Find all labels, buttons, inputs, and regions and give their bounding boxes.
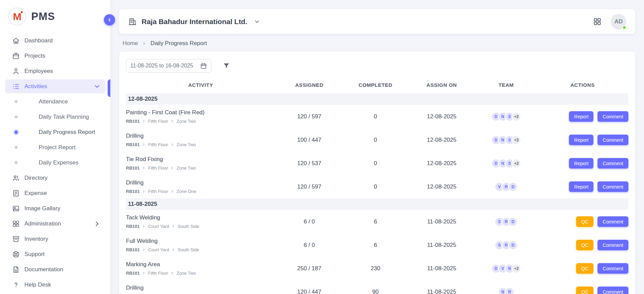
assign-on-value: 11-08-2025 [408,265,476,272]
funnel-icon [222,62,231,70]
chevron-sep-icon [142,224,146,228]
activity-row: DrillingRB101Fifth FloorZone Two100 / 44… [126,128,628,152]
path-segment: South Side [178,224,199,229]
sidebar-item-dashboard[interactable]: Dashboard [5,34,105,47]
sidebar-item-directory[interactable]: Directory [5,171,105,185]
sidebar-item-label: Support [24,251,45,258]
bullet-dot-icon [15,161,18,164]
bullet-dot-icon [15,100,18,103]
column-header-team: TEAM [476,82,537,88]
column-header-actions: ACTIONS [537,82,628,88]
building-icon [128,17,137,26]
chevron-sep-icon [142,166,146,170]
sidebar-item-expense[interactable]: Expense [5,186,105,200]
sidebar-item-activities[interactable]: Activities [5,79,105,93]
team-member-avatar: R [505,287,514,294]
assign-on-value: 12-08-2025 [408,183,476,190]
team-avatars: NR [476,287,537,294]
logo-accent-dot [21,11,23,13]
activity-row: Painting - First Coat (Fire Red)RB101Fif… [126,105,628,128]
assigned-value: 120 / 537 [275,160,343,167]
row-actions: QCComment [537,287,628,294]
column-header-completed: COMPLETED [343,82,408,88]
sidebar-item-inventory[interactable]: Inventory [5,232,105,246]
chevron-left-icon [107,17,112,23]
chevron-right-icon [142,41,146,46]
sidebar-subitem-daily-expenses[interactable]: Daily Expenses [5,156,105,170]
comment-button[interactable]: Comment [597,111,628,122]
grid-icon [593,17,602,26]
comment-button[interactable]: Comment [597,263,628,274]
chevron-right-icon [93,220,101,228]
report-button[interactable]: Report [569,111,593,122]
filter-button[interactable] [222,62,231,70]
sidebar: M PMS DashboardProjectsEmployeesActiviti… [0,0,110,294]
logo-row: M PMS [0,0,110,30]
activity-cell: Tack WeldingRB101Court YardSouth Side [126,214,275,229]
sidebar-item-support[interactable]: Support [5,247,105,261]
qc-button[interactable]: QC [576,287,593,294]
sidebar-subitem-daily-task-planning[interactable]: Daily Task Planning [5,110,105,124]
report-button[interactable]: Report [569,135,593,145]
activities-icon [12,82,20,91]
date-range-input[interactable]: 11-08-2025 to 16-08-2025 [126,59,211,73]
path-segment: RB101 [126,119,140,124]
company-selector[interactable]: Raja Bahadur International Ltd. [128,17,260,26]
assigned-value: 120 / 597 [275,183,343,190]
pms-logo-icon: M [8,7,26,25]
comment-button[interactable]: Comment [597,135,628,145]
qc-button[interactable]: QC [576,240,593,250]
activity-name: Drilling [126,285,275,291]
company-name: Raja Bahadur International Ltd. [142,18,247,26]
chevron-sep-icon [170,119,174,123]
chevron-sep-icon [142,119,146,123]
completed-value: 90 [343,289,408,294]
activity-location-path: RB101Court YardSouth Side [126,224,275,229]
report-button[interactable]: Report [569,158,593,169]
bullet-dot-icon [15,146,18,149]
sidebar-collapse-button[interactable] [104,14,115,25]
sidebar-nav: DashboardProjectsEmployeesActivitiesAtte… [0,34,110,292]
team-extra-count: +2 [512,112,521,121]
report-button[interactable]: Report [569,181,593,192]
activity-row: Full WeldingRB101Court YardSouth Side6 /… [126,233,628,257]
sidebar-item-employees[interactable]: Employees [5,64,105,78]
team-avatars: DVN+2 [476,264,537,273]
activity-location-path: RB101Fifth FloorZone Two [126,165,275,171]
sidebar-item-label: Help Desk [24,281,51,288]
breadcrumb-home-link[interactable]: Home [123,40,138,47]
qc-button[interactable]: QC [576,263,593,274]
team-avatars: DNS+2 [476,135,537,145]
sidebar-item-help-desk[interactable]: Help Desk [5,278,105,292]
sidebar-item-projects[interactable]: Projects [5,49,105,63]
team-extra-count: +2 [512,159,521,168]
activity-row: Marking AreaRB101Fifth FloorZone Two250 … [126,257,628,280]
user-avatar[interactable]: AD [611,14,626,30]
sidebar-subitem-attendance[interactable]: Attendance [5,95,105,109]
sidebar-item-documentation[interactable]: Documentation [5,262,105,276]
comment-button[interactable]: Comment [597,287,628,294]
sidebar-subitem-daily-progress-report[interactable]: Daily Progress Report [5,125,105,139]
assign-on-value: 11-08-2025 [408,218,476,225]
comment-button[interactable]: Comment [597,240,628,250]
path-segment: Fifth Floor [148,119,168,124]
breadcrumb: Home Daily Progress Report [123,40,635,47]
sidebar-subitem-project-report[interactable]: Project Report [5,140,105,154]
comment-button[interactable]: Comment [597,181,628,192]
path-segment: RB101 [126,224,140,229]
apps-grid-button[interactable] [593,17,602,26]
path-segment: Court Yard [148,247,169,252]
sidebar-item-image-gallary[interactable]: Image Gallary [5,201,105,215]
sidebar-item-administration[interactable]: Administration [5,217,105,231]
chevron-sep-icon [142,248,146,252]
comment-button[interactable]: Comment [597,158,628,169]
team-avatars: DNS+2 [476,112,537,121]
row-actions: ReportComment [537,181,628,192]
report-card: 11-08-2025 to 16-08-2025 ACTIVITYASSIGNE… [119,52,635,294]
qc-button[interactable]: QC [576,216,593,227]
sidebar-item-label: Expense [24,190,47,197]
topbar-right: AD [593,14,626,30]
row-actions: ReportComment [537,135,628,145]
sidebar-item-label: Inventory [24,236,48,242]
comment-button[interactable]: Comment [597,216,628,227]
